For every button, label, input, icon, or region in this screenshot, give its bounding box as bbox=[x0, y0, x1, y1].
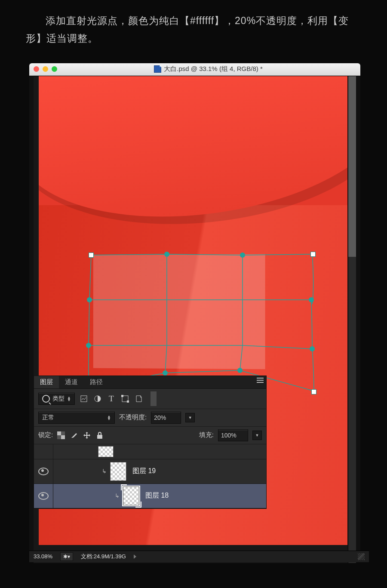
filter-adjust-icon[interactable] bbox=[93, 394, 102, 403]
traffic-lights bbox=[34, 66, 57, 72]
tab-paths[interactable]: 路径 bbox=[84, 376, 109, 388]
warp-handle-tl[interactable] bbox=[89, 252, 94, 258]
close-icon[interactable] bbox=[34, 66, 39, 72]
blend-mode-value: 正常 bbox=[42, 414, 54, 422]
select-arrows-icon: ▲▼ bbox=[107, 415, 111, 420]
lock-move-icon[interactable] bbox=[83, 431, 91, 439]
lock-icons bbox=[57, 431, 104, 439]
layer-row-selected[interactable]: ↳ 图层 18 bbox=[34, 484, 266, 508]
tutorial-caption: 添加直射光源点，颜色为纯白【#ffffff】，20%不透明度，利用【变形】适当调… bbox=[0, 0, 387, 55]
clip-arrow-icon: ↳ bbox=[102, 468, 107, 474]
minimize-icon[interactable] bbox=[43, 66, 48, 72]
search-icon bbox=[42, 395, 50, 403]
eye-icon bbox=[38, 468, 49, 475]
warp-anchor[interactable] bbox=[310, 346, 315, 351]
opacity-field[interactable]: 20% bbox=[151, 412, 181, 424]
layer-thumb[interactable] bbox=[98, 446, 114, 457]
layer-thumb[interactable] bbox=[123, 486, 139, 505]
svg-rect-4 bbox=[127, 400, 129, 403]
scrollbar-thumb[interactable] bbox=[348, 76, 356, 257]
svg-rect-6 bbox=[57, 431, 61, 435]
layer-indent bbox=[53, 444, 114, 459]
layer-indent: ↳ bbox=[53, 459, 126, 483]
layer-indent: ↳ bbox=[53, 484, 139, 508]
opacity-dropdown-icon[interactable]: ▼ bbox=[185, 413, 195, 422]
play-icon[interactable] bbox=[134, 554, 136, 559]
layer-row[interactable] bbox=[34, 444, 266, 459]
warp-transform-box[interactable] bbox=[84, 250, 318, 396]
doc-size[interactable]: 文档:24.9M/1.39G bbox=[81, 553, 126, 560]
filter-kind-select[interactable]: 类型 ▲▼ bbox=[38, 393, 75, 405]
zoom-level[interactable]: 33.08% bbox=[34, 553, 52, 560]
svg-rect-9 bbox=[57, 435, 61, 439]
panel-tabs: 图层 通道 路径 bbox=[34, 376, 266, 389]
vertical-scrollbar[interactable] bbox=[348, 76, 356, 563]
select-arrows-icon: ▲▼ bbox=[67, 396, 71, 401]
warp-handle-br[interactable] bbox=[311, 389, 316, 394]
layers-list: ↳ 图层 19 ↳ 图层 18 bbox=[34, 444, 266, 508]
tab-channels[interactable]: 通道 bbox=[59, 376, 84, 388]
tab-layers[interactable]: 图层 bbox=[34, 376, 59, 388]
blend-mode-select[interactable]: 正常 ▲▼ bbox=[38, 412, 115, 424]
warp-anchor[interactable] bbox=[309, 297, 314, 302]
filter-smart-icon[interactable] bbox=[134, 394, 144, 403]
layer-row[interactable]: ↳ 图层 19 bbox=[34, 459, 266, 484]
fill-value: 100% bbox=[221, 432, 236, 439]
lock-all-icon[interactable] bbox=[96, 431, 104, 439]
visibility-toggle[interactable] bbox=[34, 484, 53, 508]
fill-dropdown-icon[interactable]: ▼ bbox=[252, 431, 262, 440]
fill-label: 填充: bbox=[199, 431, 214, 439]
filter-type-icon[interactable]: T bbox=[107, 394, 116, 403]
svg-rect-7 bbox=[61, 435, 65, 439]
status-gear-button[interactable]: ✱▾ bbox=[60, 552, 73, 561]
filter-shape-icon[interactable] bbox=[120, 394, 130, 403]
warp-anchor[interactable] bbox=[164, 252, 169, 257]
clip-arrow-icon: ↳ bbox=[115, 493, 120, 499]
warp-anchor[interactable] bbox=[237, 368, 243, 373]
lock-transparency-icon[interactable] bbox=[57, 431, 65, 439]
filter-row: 类型 ▲▼ T bbox=[34, 389, 266, 409]
psd-file-icon bbox=[154, 65, 161, 73]
warp-anchor[interactable] bbox=[163, 370, 168, 376]
filter-kind-label: 类型 bbox=[52, 395, 64, 403]
svg-rect-0 bbox=[81, 396, 87, 402]
svg-rect-10 bbox=[97, 435, 102, 439]
warp-handle-tr[interactable] bbox=[310, 252, 316, 257]
window-title: 大白.psd @ 33.1% (组 4, RGB/8) * bbox=[61, 65, 356, 73]
lock-brush-icon[interactable] bbox=[70, 431, 78, 439]
svg-rect-3 bbox=[121, 395, 123, 397]
titlebar[interactable]: 大白.psd @ 33.1% (组 4, RGB/8) * bbox=[29, 63, 360, 76]
lock-row: 锁定: 填充: 100% ▼ bbox=[34, 427, 266, 444]
lock-label: 锁定: bbox=[38, 431, 53, 439]
warp-anchor[interactable] bbox=[240, 252, 245, 258]
layer-name[interactable]: 图层 18 bbox=[139, 491, 169, 500]
resize-grip-icon[interactable] bbox=[358, 553, 365, 560]
opacity-label: 不透明度: bbox=[119, 413, 147, 422]
blend-row: 正常 ▲▼ 不透明度: 20% ▼ bbox=[34, 409, 266, 427]
panel-menu-icon[interactable] bbox=[257, 378, 264, 383]
document-window: 大白.psd @ 33.1% (组 4, RGB/8) * bbox=[29, 63, 360, 562]
svg-rect-8 bbox=[61, 431, 65, 435]
zoom-icon[interactable] bbox=[52, 66, 57, 72]
warp-anchor[interactable] bbox=[86, 343, 91, 348]
window-title-text: 大白.psd @ 33.1% (组 4, RGB/8) * bbox=[164, 65, 262, 73]
fill-field[interactable]: 100% bbox=[218, 429, 248, 441]
filter-pixel-icon[interactable] bbox=[79, 394, 89, 403]
filter-toggle[interactable] bbox=[150, 391, 157, 406]
layer-thumb[interactable] bbox=[110, 462, 126, 481]
warp-anchor[interactable] bbox=[87, 297, 92, 302]
layers-panel[interactable]: 图层 通道 路径 类型 ▲▼ T 正常 ▲▼ 不透明度: 20% ▼ bbox=[34, 376, 267, 509]
warp-grid bbox=[84, 250, 318, 396]
visibility-toggle[interactable] bbox=[34, 444, 53, 459]
visibility-toggle[interactable] bbox=[34, 459, 53, 483]
eye-icon bbox=[38, 492, 49, 500]
layer-name[interactable]: 图层 19 bbox=[126, 467, 156, 476]
opacity-value: 20% bbox=[154, 414, 166, 421]
statusbar: 33.08% ✱▾ 文档:24.9M/1.39G bbox=[29, 551, 369, 562]
